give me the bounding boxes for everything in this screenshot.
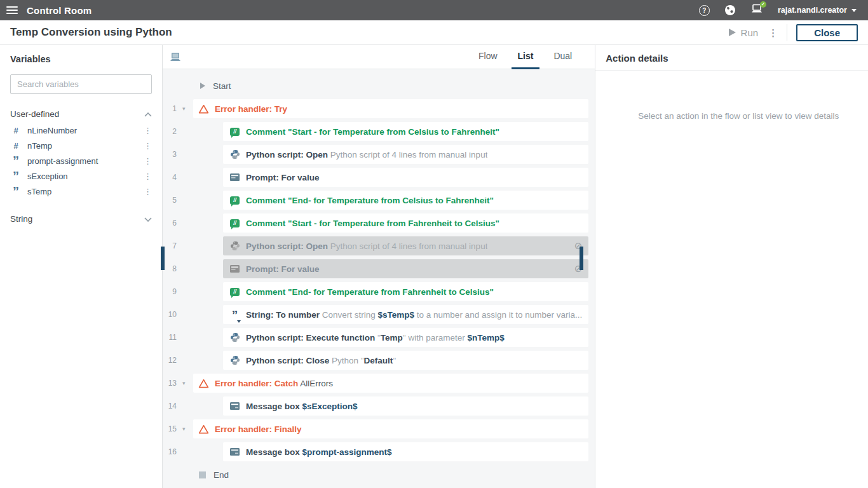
chevron-down-icon <box>851 9 857 12</box>
list-row-5[interactable]: 5//Comment "End- for Temperature from Ce… <box>163 189 595 212</box>
row-text: Comment "End- for Temperature from Fahre… <box>246 287 494 297</box>
variable-name: nTemp <box>27 141 52 151</box>
app-title: Control Room <box>27 5 92 16</box>
tab-list[interactable]: List <box>512 45 540 69</box>
tab-dual[interactable]: Dual <box>547 45 578 69</box>
row-text: Comment "Start - for Temperature from Ce… <box>246 127 499 137</box>
left-panel-splitter-handle[interactable] <box>161 247 165 270</box>
globe-icon[interactable] <box>724 4 736 16</box>
action-card[interactable]: //Comment "End- for Temperature from Fah… <box>223 282 588 301</box>
row-text: Python script: Execute function "Temp" w… <box>246 333 505 342</box>
action-card[interactable]: //Comment "Start - for Temperature from … <box>223 122 588 141</box>
list-row-9[interactable]: 9//Comment "End- for Temperature from Fa… <box>163 280 595 303</box>
section-label: User-defined <box>10 109 59 119</box>
chevron-down-icon <box>144 214 152 224</box>
action-card[interactable]: Error handler: Try <box>193 99 588 118</box>
line-number: 13 <box>163 379 177 388</box>
list-row-3[interactable]: 3Python script: Open Python script of 4 … <box>163 143 595 166</box>
list-row-2[interactable]: 2//Comment "Start - for Temperature from… <box>163 120 595 143</box>
line-number: 12 <box>163 356 177 365</box>
start-triangle-icon[interactable] <box>200 83 205 89</box>
variables-section-header-string[interactable]: String <box>10 214 152 224</box>
variable-name: sException <box>27 172 68 181</box>
search-variables-input[interactable] <box>10 74 152 94</box>
list-row-8[interactable]: 8Prompt: For value⊘ <box>163 257 595 280</box>
action-card[interactable]: Python script: Execute function "Temp" w… <box>223 328 588 347</box>
row-text: Error handler: Finally <box>215 424 302 434</box>
list-row-14[interactable]: 14Message box $sException$ <box>163 395 595 417</box>
line-number: 14 <box>163 402 177 410</box>
run-button[interactable]: Run <box>729 27 759 38</box>
comment-icon: // <box>229 195 240 206</box>
comment-icon: // <box>229 218 240 229</box>
view-tabs: FlowListDual <box>472 45 578 69</box>
play-icon <box>729 29 736 36</box>
list-row-4[interactable]: 4Prompt: For value <box>163 166 595 189</box>
line-number: 7 <box>163 241 177 250</box>
message-box-icon <box>229 401 240 412</box>
line-number: 3 <box>163 150 177 159</box>
list-row-16[interactable]: 16Message box $prompt-assignment$ <box>163 440 595 463</box>
editor-header: Temp Conversion using Python Run ⋮ Close <box>0 20 868 45</box>
variables-panel: Variables User-defined#nLineNumber⋮#nTem… <box>0 45 163 488</box>
sidebar-variable-sTemp[interactable]: ”sTemp⋮ <box>10 184 152 199</box>
action-card[interactable]: Prompt: For value⊘ <box>223 259 588 278</box>
sidebar-variable-nTemp[interactable]: #nTemp⋮ <box>10 138 152 153</box>
list-row-13[interactable]: 13▾Error handler: Catch AllErrors <box>163 372 595 395</box>
details-panel-title: Action details <box>595 45 868 71</box>
user-menu[interactable]: rajat.nandi.creator <box>778 6 857 15</box>
hamburger-menu-icon[interactable] <box>6 6 18 14</box>
python-icon <box>229 332 240 343</box>
action-card[interactable]: //Comment "End- for Temperature from Cel… <box>223 191 588 210</box>
kebab-menu-icon[interactable]: ⋮ <box>144 141 152 151</box>
comment-icon: // <box>229 126 240 137</box>
collapse-caret-icon[interactable]: ▾ <box>182 105 186 112</box>
sidebar-variable-sException[interactable]: ”sException⋮ <box>10 168 152 184</box>
kebab-menu-icon[interactable]: ⋮ <box>144 156 152 166</box>
collapse-caret-icon[interactable]: ▾ <box>182 426 186 432</box>
chevron-up-icon <box>144 109 152 119</box>
list-row-15[interactable]: 15▾Error handler: Finally <box>163 417 595 440</box>
device-status-icon[interactable]: ✓ <box>750 4 763 17</box>
action-card[interactable]: //Comment "Start - for Temperature from … <box>223 214 588 233</box>
prompt-icon <box>229 172 240 183</box>
start-label: Start <box>213 81 231 91</box>
warning-triangle-icon <box>198 104 209 114</box>
list-row-6[interactable]: 6//Comment "Start - for Temperature from… <box>163 212 595 234</box>
action-card[interactable]: Python script: Open Python script of 4 l… <box>223 145 588 164</box>
action-card[interactable]: Message box $prompt-assignment$ <box>223 442 588 461</box>
divider <box>787 24 787 41</box>
action-card[interactable]: Python script: Close Python "Default" <box>223 351 588 370</box>
list-row-1[interactable]: 1▾Error handler: Try <box>163 97 595 120</box>
kebab-menu-icon[interactable]: ⋮ <box>144 172 152 181</box>
variables-section-header-user-defined[interactable]: User-defined <box>10 109 152 119</box>
action-card[interactable]: Message box $sException$ <box>223 396 588 416</box>
help-icon[interactable]: ? <box>699 5 710 16</box>
comment-icon: // <box>229 287 240 297</box>
list-row-10[interactable]: 10”String: To number Convert string $sTe… <box>163 303 595 326</box>
close-button[interactable]: Close <box>796 24 858 41</box>
more-options-icon[interactable]: ⋮ <box>768 28 778 37</box>
action-card[interactable]: Error handler: Catch AllErrors <box>193 374 588 393</box>
action-card[interactable]: ”String: To number Convert string $sTemp… <box>223 305 588 324</box>
list-row-start[interactable]: Start <box>163 74 595 97</box>
string-variable-icon: ” <box>10 186 22 196</box>
action-card[interactable]: Prompt: For value <box>223 168 588 187</box>
list-row-7[interactable]: 7Python script: Open Python script of 4 … <box>163 234 595 257</box>
row-text: Prompt: For value <box>246 264 320 274</box>
end-label: End <box>214 470 229 480</box>
kebab-menu-icon[interactable]: ⋮ <box>144 126 152 135</box>
action-card[interactable]: Error handler: Finally <box>193 419 588 438</box>
sidebar-variable-nLineNumber[interactable]: #nLineNumber⋮ <box>10 123 152 138</box>
right-panel-splitter-handle[interactable] <box>580 247 583 270</box>
collapse-caret-icon[interactable]: ▾ <box>182 380 186 386</box>
action-card[interactable]: Python script: Open Python script of 4 l… <box>223 236 588 255</box>
sidebar-variable-prompt-assignment[interactable]: ”prompt-assignment⋮ <box>10 153 152 168</box>
kebab-menu-icon[interactable]: ⋮ <box>144 187 152 196</box>
list-row-end[interactable]: End <box>163 463 595 486</box>
string-variable-icon: ” <box>10 171 22 181</box>
list-row-11[interactable]: 11Python script: Execute function "Temp"… <box>163 326 595 349</box>
tab-flow[interactable]: Flow <box>472 45 504 69</box>
device-icon[interactable] <box>169 52 182 62</box>
list-row-12[interactable]: 12Python script: Close Python "Default" <box>163 349 595 372</box>
